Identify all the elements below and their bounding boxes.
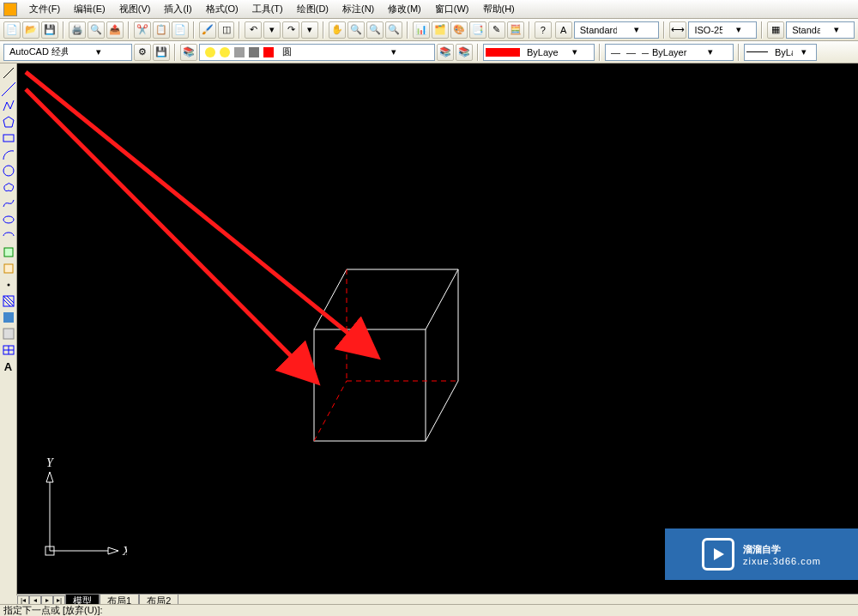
svg-line-21 [426,381,458,441]
svg-line-27 [26,89,317,383]
redo-dd-icon[interactable]: ▾ [301,21,318,39]
layer-states-icon[interactable]: 📚 [456,44,473,61]
menu-draw[interactable]: 绘图(D) [290,1,335,17]
svg-marker-2 [3,117,14,127]
menu-edit[interactable]: 编辑(E) [67,1,112,17]
svg-line-10 [3,299,10,306]
text-style-dropdown[interactable]: Standard▾ [574,21,660,39]
color-dropdown[interactable]: ByLayer▾ [483,44,595,61]
menu-tools[interactable]: 工具(T) [245,1,290,17]
table-style-value: Standard [789,25,820,35]
publish-icon[interactable]: 📤 [106,21,124,39]
mtext-tool-icon[interactable]: A [1,359,16,374]
undo-dd-icon[interactable]: ▾ [263,21,281,39]
gradient-tool-icon[interactable] [1,310,16,325]
menu-view[interactable]: 视图(V) [112,1,158,17]
workspace-value: AutoCAD 经典 [6,45,68,58]
ellipse-tool-icon[interactable] [1,212,16,227]
circle-tool-icon[interactable] [1,163,16,178]
watermark-title: 溜溜自学 [743,543,821,556]
open-icon[interactable]: 📂 [22,21,39,39]
workspace-settings-icon[interactable]: ⚙ [134,44,151,61]
svg-text:X: X [122,545,127,558]
chevron-down-icon: ▾ [793,46,814,57]
svg-rect-6 [4,248,13,257]
lineweight-dropdown[interactable]: ByLayer▾ [744,44,817,61]
calc-icon[interactable]: 🧮 [507,21,524,39]
paste-icon[interactable]: 📄 [172,21,189,39]
svg-rect-3 [3,135,14,142]
arc-tool-icon[interactable] [1,147,16,162]
dimstyle-icon[interactable]: ⟷ [669,21,686,39]
revcloud-tool-icon[interactable] [1,179,16,195]
zoom-rt-icon[interactable]: 🔍 [347,21,365,39]
ellipse-arc-tool-icon[interactable] [1,228,16,244]
hatch-tool-icon[interactable] [1,293,16,309]
zoom-win-icon[interactable]: 🔍 [366,21,384,39]
svg-marker-35 [714,548,724,560]
ucs-icon: X Y [33,456,127,568]
zoom-prev-icon[interactable]: 🔍 [385,21,402,39]
region-tool-icon[interactable] [1,326,16,341]
chevron-down-icon: ▾ [355,46,432,57]
match-icon[interactable]: 🖌️ [199,21,216,39]
table-tool-icon[interactable] [1,342,16,358]
sheetset-icon[interactable]: 📑 [469,21,486,39]
app-icon [3,3,17,16]
menu-format[interactable]: 格式(O) [199,1,245,17]
plot-icon [249,47,259,57]
point-tool-icon[interactable] [1,277,16,293]
spline-tool-icon[interactable] [1,196,16,211]
cut-icon[interactable]: ✂️ [134,21,151,39]
plot-icon[interactable]: 🖨️ [69,21,86,39]
table-style-dropdown[interactable]: Standard▾ [786,21,855,39]
drawing-canvas[interactable]: X Y 溜溜自学 zixue.3d66.com [17,63,858,595]
menu-file[interactable]: 文件(F) [22,1,67,17]
toolpalette-icon[interactable]: 🎨 [450,21,468,39]
bulb-icon [205,47,215,57]
block-editor-icon[interactable]: ◫ [218,21,235,39]
lineweight-value: ByLayer [771,47,793,57]
workspace-dropdown[interactable]: AutoCAD 经典▾ [3,44,132,61]
svg-rect-18 [314,329,426,441]
tablestyle-icon[interactable]: ▦ [767,21,784,39]
rectangle-tool-icon[interactable] [1,130,16,146]
menu-help[interactable]: 帮助(H) [476,1,522,17]
standard-toolbar: 📄 📂 💾 🖨️ 🔍 📤 ✂️ 📋 📄 🖌️ ◫ ↶ ▾ ↷ ▾ ✋ 🔍 🔍 🔍… [0,19,858,41]
play-icon [702,538,734,571]
preview-icon[interactable]: 🔍 [88,21,105,39]
layer-manager-icon[interactable]: 📚 [180,44,197,61]
linetype-dropdown[interactable]: — — — ByLayer▾ [605,44,734,61]
xline-tool-icon[interactable] [1,82,16,97]
menu-insert[interactable]: 插入(I) [157,1,198,17]
markup-icon[interactable]: ✎ [488,21,505,39]
insert-block-tool-icon[interactable] [1,245,16,260]
svg-line-1 [2,82,15,96]
make-block-tool-icon[interactable] [1,261,16,276]
layer-dropdown[interactable]: 圆▾ [199,44,435,61]
command-line[interactable]: 指定下一点或 [放弃(U)]: [0,604,858,616]
workspace-save-icon[interactable]: 💾 [153,44,170,61]
layer-prev-icon[interactable]: 📚 [437,44,454,61]
pan-icon[interactable]: ✋ [329,21,346,39]
menu-modify[interactable]: 修改(M) [381,1,428,17]
command-prompt: 指定下一点或 [放弃(U)]: [3,604,103,616]
redo-icon[interactable]: ↷ [282,21,299,39]
polyline-tool-icon[interactable] [1,98,16,113]
textstyle-icon[interactable]: A [555,21,572,39]
menu-dimension[interactable]: 标注(N) [335,1,381,17]
copy-icon[interactable]: 📋 [153,21,170,39]
save-icon[interactable]: 💾 [41,21,58,39]
help-icon[interactable]: ? [535,21,552,39]
properties-icon[interactable]: 📊 [413,21,430,39]
dim-style-dropdown[interactable]: ISO-25▾ [688,21,757,39]
undo-icon[interactable]: ↶ [245,21,262,39]
svg-line-0 [3,68,14,78]
svg-line-26 [26,72,378,357]
line-tool-icon[interactable] [1,65,16,81]
menu-window[interactable]: 窗口(W) [428,1,476,17]
svg-rect-7 [4,264,13,273]
polygon-tool-icon[interactable] [1,114,16,130]
designcenter-icon[interactable]: 🗂️ [432,21,449,39]
new-icon[interactable]: 📄 [3,21,21,39]
